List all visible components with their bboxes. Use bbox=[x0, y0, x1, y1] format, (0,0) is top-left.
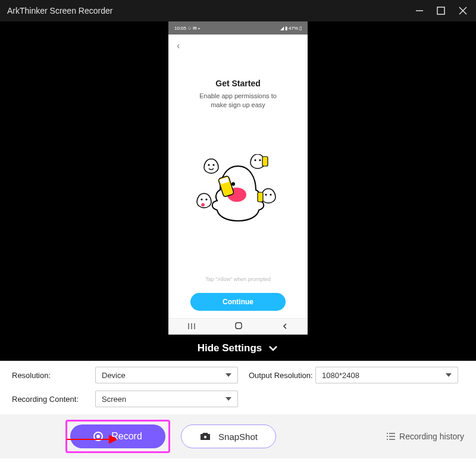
phone-back-icon[interactable]: ‹ bbox=[177, 40, 299, 51]
phone-hint: Tap "Allow" when prompted bbox=[177, 276, 299, 282]
snapshot-button[interactable]: SnapShot bbox=[181, 424, 276, 448]
phone-status-time: 10:05 bbox=[174, 26, 186, 31]
chat-icon: ✉ bbox=[193, 26, 197, 31]
output-resolution-label: Output Resolution: bbox=[238, 371, 315, 380]
recording-history-link[interactable]: Recording history bbox=[386, 432, 464, 441]
svg-point-13 bbox=[201, 199, 202, 201]
phone-nav-recents-icon[interactable] bbox=[187, 321, 196, 332]
phone-subtitle: Enable app permissions to make sign up e… bbox=[177, 92, 299, 110]
camera-icon bbox=[199, 432, 211, 441]
svg-point-5 bbox=[231, 182, 235, 186]
settings-panel: Resolution: Device Output Resolution: 10… bbox=[0, 361, 476, 414]
action-bar: Record SnapShot Recording history bbox=[0, 414, 476, 458]
svg-point-15 bbox=[265, 194, 267, 196]
chevron-down-icon bbox=[226, 397, 231, 401]
ghost-illustration bbox=[177, 110, 299, 276]
battery-icon: ▯ bbox=[299, 26, 302, 31]
svg-point-10 bbox=[254, 160, 256, 161]
titlebar: ArkThinker Screen Recorder bbox=[0, 0, 476, 21]
svg-point-8 bbox=[208, 164, 209, 166]
phone-navbar bbox=[168, 318, 308, 335]
phone-nav-back-icon[interactable] bbox=[281, 321, 289, 332]
phone-continue-button[interactable]: Continue bbox=[190, 293, 286, 311]
hide-settings-toggle[interactable]: Hide Settings bbox=[0, 336, 476, 361]
window-controls bbox=[414, 5, 469, 17]
resolution-label: Resolution: bbox=[12, 371, 95, 380]
phone-content: ‹ Get Started Enable app permissions to … bbox=[168, 35, 308, 318]
resolution-select[interactable]: Device bbox=[95, 367, 238, 383]
wifi-icon: ◢ bbox=[280, 26, 284, 31]
svg-rect-12 bbox=[262, 157, 268, 166]
signal-icon: ▮ bbox=[285, 26, 287, 31]
phone-mirror: 10:05 ♤ ✉ • ◢ ▮ 47% ▯ ‹ Get Started Enab… bbox=[168, 21, 308, 335]
phone-nav-home-icon[interactable] bbox=[234, 321, 243, 332]
chevron-down-icon bbox=[446, 373, 452, 377]
resolution-value: Device bbox=[102, 371, 126, 380]
svg-point-9 bbox=[212, 164, 214, 166]
svg-rect-17 bbox=[258, 192, 263, 202]
list-icon bbox=[386, 432, 396, 441]
dot-icon: • bbox=[198, 26, 200, 31]
phone-heading: Get Started bbox=[177, 79, 299, 88]
svg-rect-1 bbox=[437, 7, 444, 14]
recording-content-value: Screen bbox=[102, 395, 126, 404]
history-label: Recording history bbox=[399, 432, 464, 441]
preview-area: 10:05 ♤ ✉ • ◢ ▮ 47% ▯ ‹ Get Started Enab… bbox=[0, 21, 476, 361]
callout-arrow-icon bbox=[67, 435, 117, 444]
close-button[interactable] bbox=[457, 5, 469, 17]
minimize-button[interactable] bbox=[414, 5, 425, 16]
hide-settings-label: Hide Settings bbox=[198, 342, 262, 354]
phone-status-battery: 47% bbox=[289, 26, 298, 31]
app-title: ArkThinker Screen Recorder bbox=[7, 6, 112, 15]
output-resolution-value: 1080*2408 bbox=[322, 371, 359, 380]
svg-point-14 bbox=[205, 199, 207, 201]
chevron-down-icon bbox=[268, 345, 278, 352]
svg-point-16 bbox=[270, 194, 271, 196]
chevron-down-icon bbox=[226, 373, 231, 377]
svg-point-11 bbox=[259, 160, 261, 161]
svg-rect-21 bbox=[236, 323, 242, 329]
svg-marker-23 bbox=[109, 436, 117, 443]
output-resolution-select[interactable]: 1080*2408 bbox=[315, 367, 458, 383]
recording-content-select[interactable]: Screen bbox=[95, 391, 238, 407]
recording-content-label: Recording Content: bbox=[12, 395, 95, 404]
svg-point-24 bbox=[203, 435, 207, 439]
maximize-button[interactable] bbox=[436, 5, 446, 16]
snapshot-label: SnapShot bbox=[218, 432, 258, 442]
phone-statusbar: 10:05 ♤ ✉ • ◢ ▮ 47% ▯ bbox=[168, 21, 308, 35]
bell-icon: ♤ bbox=[187, 26, 192, 31]
